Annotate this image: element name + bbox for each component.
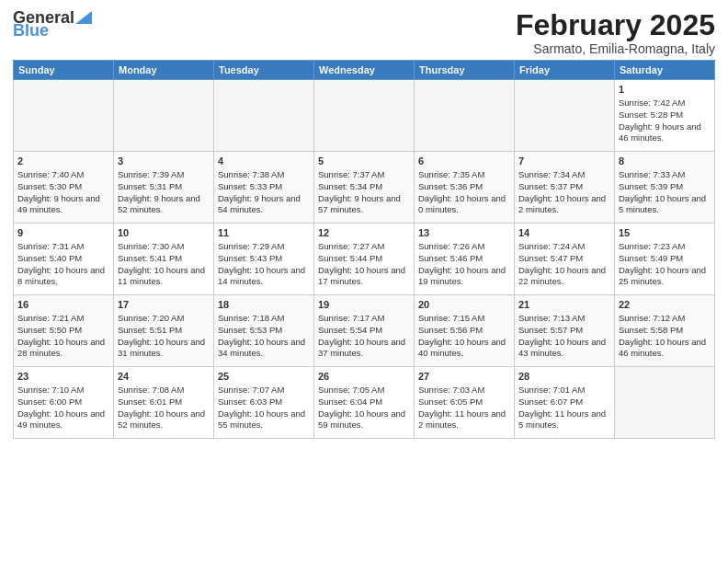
day-info: Sunset: 5:34 PM	[318, 181, 410, 193]
day-info: Sunset: 5:58 PM	[619, 325, 711, 337]
table-row: 21Sunrise: 7:13 AMSunset: 5:57 PMDayligh…	[515, 295, 615, 367]
day-number: 1	[619, 83, 711, 97]
day-number: 12	[318, 226, 410, 240]
logo: General Blue	[13, 9, 92, 39]
day-info: Sunset: 5:28 PM	[619, 109, 711, 121]
day-info: Sunset: 5:46 PM	[418, 253, 510, 265]
day-info: Sunrise: 7:08 AM	[118, 385, 210, 396]
day-info: Sunset: 6:03 PM	[218, 396, 310, 408]
calendar-week-row: 2Sunrise: 7:40 AMSunset: 5:30 PMDaylight…	[14, 152, 715, 224]
table-row: 16Sunrise: 7:21 AMSunset: 5:50 PMDayligh…	[14, 295, 114, 367]
day-info: Sunrise: 7:34 AM	[518, 169, 610, 181]
day-info: Sunset: 5:57 PM	[518, 325, 610, 337]
col-monday: Monday	[114, 61, 214, 80]
day-info: Sunrise: 7:37 AM	[318, 169, 410, 181]
table-row: 14Sunrise: 7:24 AMSunset: 5:47 PMDayligh…	[515, 224, 615, 295]
table-row: 1Sunrise: 7:42 AMSunset: 5:28 PMDaylight…	[615, 80, 715, 152]
calendar-week-row: 9Sunrise: 7:31 AMSunset: 5:40 PMDaylight…	[14, 224, 715, 295]
day-info: Daylight: 10 hours and 40 minutes.	[418, 337, 510, 361]
day-number: 8	[619, 155, 711, 168]
day-info: Sunrise: 7:05 AM	[318, 385, 410, 396]
day-number: 4	[218, 155, 310, 168]
day-number: 3	[118, 155, 210, 168]
day-info: Daylight: 10 hours and 11 minutes.	[118, 265, 210, 289]
day-info: Daylight: 9 hours and 57 minutes.	[318, 193, 410, 217]
calendar-table: Sunday Monday Tuesday Wednesday Thursday…	[13, 60, 715, 439]
table-row: 10Sunrise: 7:30 AMSunset: 5:41 PMDayligh…	[114, 224, 214, 295]
day-info: Sunrise: 7:01 AM	[518, 385, 610, 396]
day-info: Daylight: 10 hours and 46 minutes.	[619, 337, 711, 361]
logo-arrow-icon	[75, 7, 92, 24]
day-info: Daylight: 11 hours and 5 minutes.	[518, 408, 610, 432]
table-row: 11Sunrise: 7:29 AMSunset: 5:43 PMDayligh…	[214, 224, 314, 295]
calendar-week-row: 16Sunrise: 7:21 AMSunset: 5:50 PMDayligh…	[14, 295, 715, 367]
table-row	[314, 80, 415, 152]
header: General Blue February 2025 Sarmato, Emil…	[13, 9, 715, 56]
day-number: 19	[318, 298, 410, 312]
svg-marker-0	[75, 11, 92, 24]
table-row: 3Sunrise: 7:39 AMSunset: 5:31 PMDaylight…	[114, 152, 214, 224]
col-tuesday: Tuesday	[214, 61, 314, 80]
day-number: 20	[418, 298, 510, 312]
day-info: Sunrise: 7:17 AM	[318, 313, 410, 325]
table-row: 4Sunrise: 7:38 AMSunset: 5:33 PMDaylight…	[214, 152, 314, 224]
day-info: Sunrise: 7:40 AM	[17, 169, 109, 181]
day-info: Daylight: 10 hours and 8 minutes.	[17, 265, 109, 289]
col-friday: Friday	[515, 61, 615, 80]
calendar-header-row: Sunday Monday Tuesday Wednesday Thursday…	[14, 61, 715, 80]
day-info: Sunset: 5:50 PM	[17, 325, 109, 337]
day-info: Sunrise: 7:29 AM	[218, 241, 310, 253]
day-number: 28	[518, 370, 610, 384]
day-number: 27	[418, 370, 510, 384]
table-row: 25Sunrise: 7:07 AMSunset: 6:03 PMDayligh…	[214, 367, 314, 439]
table-row: 8Sunrise: 7:33 AMSunset: 5:39 PMDaylight…	[615, 152, 715, 224]
day-info: Sunset: 5:47 PM	[518, 253, 610, 265]
day-number: 5	[318, 155, 410, 168]
col-thursday: Thursday	[415, 61, 515, 80]
day-info: Sunrise: 7:03 AM	[418, 385, 510, 396]
day-info: Daylight: 10 hours and 28 minutes.	[17, 337, 109, 361]
day-info: Sunset: 5:41 PM	[118, 253, 210, 265]
table-row: 17Sunrise: 7:20 AMSunset: 5:51 PMDayligh…	[114, 295, 214, 367]
day-number: 18	[218, 298, 310, 312]
table-row: 12Sunrise: 7:27 AMSunset: 5:44 PMDayligh…	[314, 224, 415, 295]
title-block: February 2025 Sarmato, Emilia-Romagna, I…	[516, 9, 715, 56]
day-number: 24	[118, 370, 210, 384]
day-info: Sunrise: 7:12 AM	[619, 313, 711, 325]
day-number: 10	[118, 226, 210, 240]
col-sunday: Sunday	[14, 61, 114, 80]
day-info: Sunset: 6:01 PM	[118, 396, 210, 408]
day-number: 6	[418, 155, 510, 168]
day-info: Sunset: 5:49 PM	[619, 253, 711, 265]
day-info: Daylight: 10 hours and 55 minutes.	[218, 408, 310, 432]
table-row: 6Sunrise: 7:35 AMSunset: 5:36 PMDaylight…	[415, 152, 515, 224]
day-number: 17	[118, 298, 210, 312]
day-info: Sunrise: 7:10 AM	[17, 385, 109, 396]
day-info: Sunrise: 7:27 AM	[318, 241, 410, 253]
table-row	[615, 367, 715, 439]
table-row: 13Sunrise: 7:26 AMSunset: 5:46 PMDayligh…	[415, 224, 515, 295]
day-info: Sunset: 5:39 PM	[619, 181, 711, 193]
table-row	[515, 80, 615, 152]
day-info: Sunset: 5:37 PM	[518, 181, 610, 193]
day-info: Daylight: 10 hours and 17 minutes.	[318, 265, 410, 289]
table-row: 24Sunrise: 7:08 AMSunset: 6:01 PMDayligh…	[114, 367, 214, 439]
day-info: Daylight: 9 hours and 52 minutes.	[118, 193, 210, 217]
day-info: Sunrise: 7:39 AM	[118, 169, 210, 181]
day-info: Sunset: 5:56 PM	[418, 325, 510, 337]
col-wednesday: Wednesday	[314, 61, 415, 80]
day-number: 16	[17, 298, 109, 312]
day-info: Sunset: 5:40 PM	[17, 253, 109, 265]
col-saturday: Saturday	[615, 61, 715, 80]
table-row: 9Sunrise: 7:31 AMSunset: 5:40 PMDaylight…	[14, 224, 114, 295]
day-info: Daylight: 10 hours and 31 minutes.	[118, 337, 210, 361]
day-info: Daylight: 9 hours and 54 minutes.	[218, 193, 310, 217]
day-info: Daylight: 10 hours and 52 minutes.	[118, 408, 210, 432]
day-info: Daylight: 10 hours and 34 minutes.	[218, 337, 310, 361]
day-info: Daylight: 10 hours and 5 minutes.	[619, 193, 711, 217]
day-info: Sunrise: 7:26 AM	[418, 241, 510, 253]
table-row: 20Sunrise: 7:15 AMSunset: 5:56 PMDayligh…	[415, 295, 515, 367]
day-info: Sunset: 5:51 PM	[118, 325, 210, 337]
day-info: Sunrise: 7:21 AM	[17, 313, 109, 325]
day-info: Sunset: 5:43 PM	[218, 253, 310, 265]
